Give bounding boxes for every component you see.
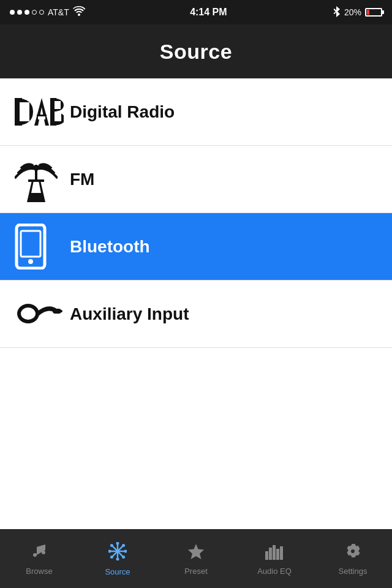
svg-rect-11 [28,179,44,182]
battery-pct-label: 20% [344,7,361,17]
fm-tower-icon [15,156,70,202]
bluetooth-icon [332,6,341,18]
svg-rect-4 [38,116,45,119]
svg-rect-33 [265,551,268,560]
svg-marker-32 [188,544,204,559]
tab-preset[interactable]: Preset [157,530,235,588]
digital-radio-label: Digital Radio [70,102,175,122]
dot-3 [24,10,29,15]
svg-rect-10 [35,165,37,182]
page-title: Source [160,40,232,64]
gear-icon [344,543,361,564]
svg-rect-34 [269,548,272,560]
fm-label: FM [70,170,94,189]
battery-fill [367,10,369,15]
tab-bar: Browse Source [0,529,392,588]
tab-preset-label: Preset [184,567,208,576]
svg-rect-6 [55,101,61,109]
music-icon [31,543,48,564]
svg-point-14 [28,259,33,264]
tab-browse[interactable]: Browse [0,530,78,588]
status-bar: AT&T 4:14 PM 20% [0,0,392,24]
dot-2 [17,10,22,15]
svg-point-24 [116,542,119,545]
nav-bar: Source [0,24,392,78]
svg-point-30 [122,543,125,546]
svg-rect-13 [21,231,40,257]
status-left: AT&T [10,6,85,18]
svg-point-27 [124,549,127,552]
phone-bluetooth-icon [15,224,70,270]
svg-rect-1 [20,102,29,121]
star-icon [187,543,205,564]
tab-audio-eq[interactable]: Audio EQ [235,530,314,588]
dab-icon [15,95,70,129]
aux-plug-icon [15,294,70,334]
snowflake-icon [108,542,127,565]
svg-rect-35 [273,545,276,560]
dot-4 [32,10,37,15]
svg-point-31 [110,556,113,559]
tab-audio-eq-label: Audio EQ [257,567,292,576]
source-item-fm[interactable]: FM [0,146,392,213]
svg-rect-7 [55,111,61,121]
bluetooth-label: Bluetooth [70,237,150,257]
svg-rect-36 [276,549,279,560]
wifi-icon [73,6,85,18]
svg-rect-37 [280,546,283,560]
status-time: 4:14 PM [190,7,227,18]
svg-point-26 [108,549,111,552]
bars-icon [265,543,284,564]
tab-source[interactable]: Source [78,530,157,588]
svg-point-38 [351,549,355,553]
tab-settings[interactable]: Settings [314,530,392,588]
source-item-bluetooth[interactable]: Bluetooth [0,213,392,281]
svg-point-28 [110,543,113,546]
tab-browse-label: Browse [26,567,52,576]
source-list: Digital Radio FM [0,78,392,348]
battery-icon [365,8,382,17]
svg-point-16 [21,307,36,320]
tab-source-label: Source [105,567,130,576]
source-item-digital-radio[interactable]: Digital Radio [0,78,392,146]
svg-marker-2 [34,98,49,126]
status-right: 20% [332,6,382,18]
carrier-label: AT&T [48,7,69,17]
auxiliary-input-label: Auxiliary Input [70,304,189,324]
svg-point-25 [116,557,119,560]
dot-5 [39,10,44,15]
svg-point-29 [122,556,125,559]
svg-rect-18 [59,310,62,312]
tab-settings-label: Settings [339,567,368,576]
signal-dots [10,10,44,15]
dot-1 [10,10,15,15]
source-item-auxiliary[interactable]: Auxiliary Input [0,281,392,348]
